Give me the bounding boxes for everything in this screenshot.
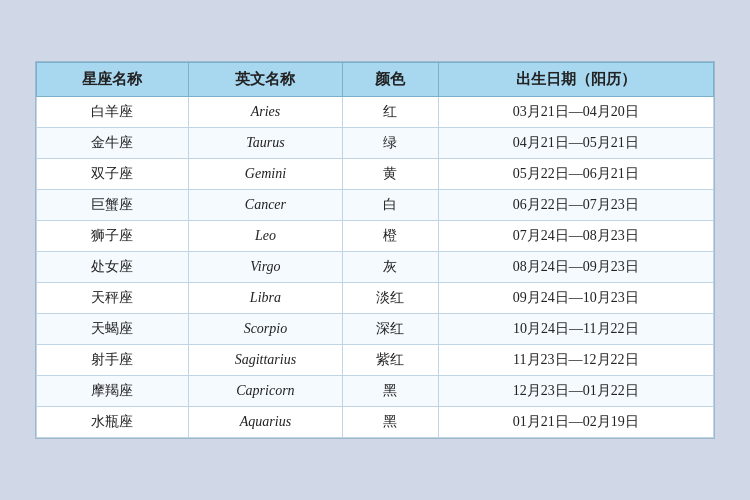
cell-dates: 12月23日—01月22日 [438, 376, 713, 407]
cell-chinese-name: 摩羯座 [37, 376, 189, 407]
cell-english-name: Virgo [188, 252, 342, 283]
table-row: 天蝎座Scorpio深红10月24日—11月22日 [37, 314, 714, 345]
cell-english-name: Taurus [188, 128, 342, 159]
table-row: 白羊座Aries红03月21日—04月20日 [37, 97, 714, 128]
cell-dates: 06月22日—07月23日 [438, 190, 713, 221]
cell-english-name: Gemini [188, 159, 342, 190]
zodiac-table: 星座名称 英文名称 颜色 出生日期（阳历） 白羊座Aries红03月21日—04… [36, 62, 714, 438]
cell-dates: 07月24日—08月23日 [438, 221, 713, 252]
header-color: 颜色 [343, 63, 439, 97]
cell-english-name: Leo [188, 221, 342, 252]
header-chinese-name: 星座名称 [37, 63, 189, 97]
cell-color: 红 [343, 97, 439, 128]
cell-english-name: Aries [188, 97, 342, 128]
table-row: 水瓶座Aquarius黑01月21日—02月19日 [37, 407, 714, 438]
cell-dates: 08月24日—09月23日 [438, 252, 713, 283]
cell-color: 深红 [343, 314, 439, 345]
cell-color: 橙 [343, 221, 439, 252]
cell-dates: 04月21日—05月21日 [438, 128, 713, 159]
cell-chinese-name: 射手座 [37, 345, 189, 376]
cell-color: 黑 [343, 407, 439, 438]
cell-chinese-name: 白羊座 [37, 97, 189, 128]
cell-dates: 11月23日—12月22日 [438, 345, 713, 376]
cell-english-name: Aquarius [188, 407, 342, 438]
cell-chinese-name: 双子座 [37, 159, 189, 190]
cell-chinese-name: 天蝎座 [37, 314, 189, 345]
cell-dates: 01月21日—02月19日 [438, 407, 713, 438]
cell-english-name: Cancer [188, 190, 342, 221]
table-row: 金牛座Taurus绿04月21日—05月21日 [37, 128, 714, 159]
cell-color: 绿 [343, 128, 439, 159]
cell-chinese-name: 天秤座 [37, 283, 189, 314]
cell-color: 淡红 [343, 283, 439, 314]
cell-chinese-name: 狮子座 [37, 221, 189, 252]
header-dates: 出生日期（阳历） [438, 63, 713, 97]
table-row: 双子座Gemini黄05月22日—06月21日 [37, 159, 714, 190]
cell-english-name: Libra [188, 283, 342, 314]
cell-chinese-name: 水瓶座 [37, 407, 189, 438]
table-row: 天秤座Libra淡红09月24日—10月23日 [37, 283, 714, 314]
cell-color: 灰 [343, 252, 439, 283]
zodiac-table-container: 星座名称 英文名称 颜色 出生日期（阳历） 白羊座Aries红03月21日—04… [35, 61, 715, 439]
table-row: 巨蟹座Cancer白06月22日—07月23日 [37, 190, 714, 221]
cell-chinese-name: 处女座 [37, 252, 189, 283]
table-row: 射手座Sagittarius紫红11月23日—12月22日 [37, 345, 714, 376]
cell-color: 白 [343, 190, 439, 221]
cell-dates: 03月21日—04月20日 [438, 97, 713, 128]
table-row: 狮子座Leo橙07月24日—08月23日 [37, 221, 714, 252]
table-row: 处女座Virgo灰08月24日—09月23日 [37, 252, 714, 283]
cell-dates: 10月24日—11月22日 [438, 314, 713, 345]
cell-english-name: Scorpio [188, 314, 342, 345]
cell-chinese-name: 金牛座 [37, 128, 189, 159]
cell-color: 紫红 [343, 345, 439, 376]
table-row: 摩羯座Capricorn黑12月23日—01月22日 [37, 376, 714, 407]
cell-dates: 05月22日—06月21日 [438, 159, 713, 190]
header-english-name: 英文名称 [188, 63, 342, 97]
cell-english-name: Sagittarius [188, 345, 342, 376]
cell-dates: 09月24日—10月23日 [438, 283, 713, 314]
cell-chinese-name: 巨蟹座 [37, 190, 189, 221]
table-body: 白羊座Aries红03月21日—04月20日金牛座Taurus绿04月21日—0… [37, 97, 714, 438]
cell-color: 黑 [343, 376, 439, 407]
cell-color: 黄 [343, 159, 439, 190]
table-header-row: 星座名称 英文名称 颜色 出生日期（阳历） [37, 63, 714, 97]
cell-english-name: Capricorn [188, 376, 342, 407]
